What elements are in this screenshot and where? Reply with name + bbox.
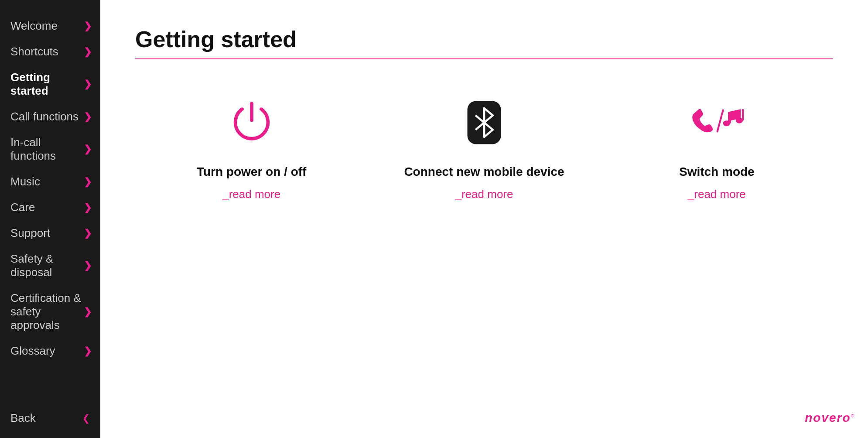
sidebar-item-support[interactable]: Support❯	[0, 220, 100, 246]
sidebar-chevron-icon: ❯	[84, 228, 92, 239]
sidebar-chevron-icon: ❯	[84, 46, 92, 58]
svg-line-4	[718, 110, 723, 132]
back-label: Back	[10, 411, 36, 425]
card-power-link[interactable]: _read more	[222, 188, 280, 201]
sidebar-item-care[interactable]: Care❯	[0, 195, 100, 220]
sidebar-chevron-icon: ❯	[84, 346, 92, 357]
sidebar-item-welcome[interactable]: Welcome❯	[0, 13, 100, 39]
card-switchmode-link[interactable]: _read more	[688, 188, 746, 201]
main-content: Getting started Turn power on / off _rea…	[100, 0, 868, 438]
card-bluetooth-title: Connect new mobile device	[404, 164, 564, 180]
sidebar-item-label: In-call functions	[10, 136, 84, 163]
sidebar-chevron-icon: ❯	[84, 144, 92, 155]
back-chevron-icon: ❮	[82, 413, 90, 424]
sidebar-item-label: Music	[10, 175, 40, 188]
sidebar: Welcome❯Shortcuts❯Getting started❯Call f…	[0, 0, 100, 438]
sidebar-item-getting-started[interactable]: Getting started❯	[0, 65, 100, 104]
cards-row: Turn power on / off _read more Connect n…	[135, 94, 833, 201]
sidebar-item-label: Support	[10, 226, 50, 240]
title-divider	[135, 58, 833, 59]
sidebar-chevron-icon: ❯	[84, 79, 92, 90]
sidebar-item-call-functions[interactable]: Call functions❯	[0, 104, 100, 130]
svg-point-5	[723, 120, 730, 126]
sidebar-item-label: Safety & disposal	[10, 252, 84, 279]
card-bluetooth: Connect new mobile device _read more	[368, 94, 600, 201]
sidebar-item-label: Certification & safety approvals	[10, 291, 84, 332]
switchmode-icon	[688, 94, 745, 151]
card-switchmode: Switch mode _read more	[601, 94, 833, 201]
sidebar-item-label: Glossary	[10, 344, 55, 358]
bluetooth-icon	[456, 94, 513, 151]
sidebar-item-glossary[interactable]: Glossary❯	[0, 338, 100, 364]
sidebar-item-label: Shortcuts	[10, 45, 58, 58]
card-power: Turn power on / off _read more	[135, 94, 368, 201]
sidebar-item-shortcuts[interactable]: Shortcuts❯	[0, 39, 100, 65]
card-power-title: Turn power on / off	[197, 164, 306, 180]
sidebar-item-music[interactable]: Music❯	[0, 169, 100, 195]
card-switchmode-title: Switch mode	[679, 164, 755, 180]
sidebar-navigation: Welcome❯Shortcuts❯Getting started❯Call f…	[0, 0, 100, 364]
card-bluetooth-link[interactable]: _read more	[455, 188, 513, 201]
sidebar-item-safety-disposal[interactable]: Safety & disposal❯	[0, 246, 100, 285]
page-title: Getting started	[135, 26, 833, 52]
svg-point-7	[736, 118, 743, 123]
sidebar-item-label: Getting started	[10, 71, 84, 98]
sidebar-item-label: Care	[10, 201, 35, 214]
sidebar-chevron-icon: ❯	[84, 176, 92, 188]
back-button[interactable]: Back ❮	[0, 403, 100, 438]
sidebar-chevron-icon: ❯	[84, 111, 92, 123]
sidebar-chevron-icon: ❯	[84, 260, 92, 271]
sidebar-item-label: Call functions	[10, 110, 79, 123]
brand-logo: novero®	[805, 411, 855, 425]
sidebar-chevron-icon: ❯	[84, 202, 92, 213]
sidebar-chevron-icon: ❯	[84, 21, 92, 32]
sidebar-item-certification-safety-approvals[interactable]: Certification & safety approvals❯	[0, 285, 100, 338]
sidebar-item-in-call-functions[interactable]: In-call functions❯	[0, 130, 100, 169]
power-icon	[223, 94, 280, 151]
sidebar-chevron-icon: ❯	[84, 306, 92, 318]
sidebar-item-label: Welcome	[10, 19, 58, 33]
